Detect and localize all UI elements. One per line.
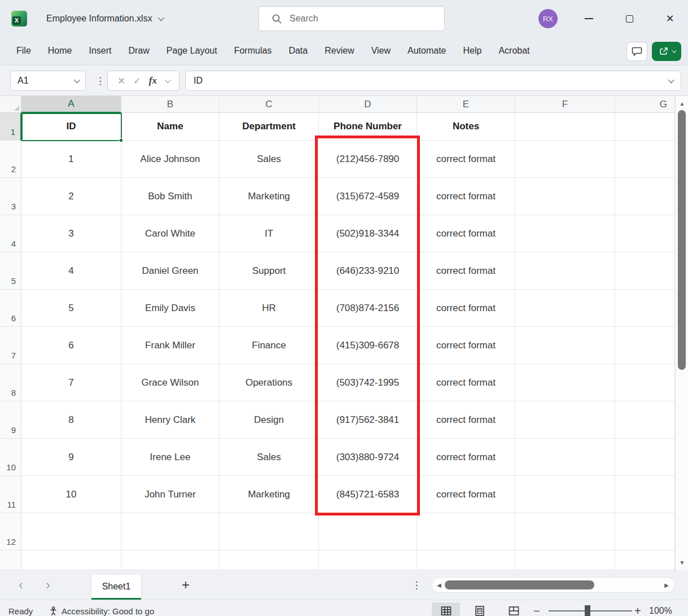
cell-C1[interactable]: Department [220, 113, 319, 141]
cell-A1[interactable]: ID [21, 113, 121, 141]
cell-G13[interactable] [615, 551, 675, 570]
cell-D8[interactable]: (503)742-1995 [319, 364, 417, 401]
column-header-C[interactable]: C [220, 96, 319, 113]
cell-F4[interactable] [515, 215, 615, 252]
formula-bar-options-icon[interactable]: ⋮ [95, 65, 105, 96]
cell-G5[interactable] [615, 252, 675, 290]
cell-C8[interactable]: Operations [220, 364, 319, 401]
row-header-5[interactable]: 5 [0, 252, 21, 290]
cell-F7[interactable] [515, 327, 615, 364]
cell-A3[interactable]: 2 [21, 178, 121, 215]
ribbon-tab-file[interactable]: File [8, 37, 40, 64]
cell-A6[interactable]: 5 [21, 290, 121, 327]
cell-E9[interactable]: correct format [417, 401, 515, 439]
expand-formula-bar-icon[interactable] [668, 77, 674, 83]
cell-D10[interactable]: (303)880-9724 [319, 439, 417, 476]
zoom-slider-track[interactable] [549, 610, 632, 611]
cell-C7[interactable]: Finance [220, 327, 319, 364]
enter-icon[interactable]: ✓ [133, 76, 141, 86]
cell-D6[interactable]: (708)874-2156 [319, 290, 417, 327]
vertical-scrollbar-thumb[interactable] [678, 110, 686, 370]
cell-B9[interactable]: Henry Clark [121, 401, 220, 439]
cell-B12[interactable] [121, 513, 220, 551]
cell-D5[interactable]: (646)233-9210 [319, 252, 417, 290]
ribbon-tab-acrobat[interactable]: Acrobat [490, 37, 538, 64]
cell-F9[interactable] [515, 401, 615, 439]
cell-A11[interactable]: 10 [21, 476, 121, 513]
cell-C3[interactable]: Marketing [220, 178, 319, 215]
cell-F8[interactable] [515, 364, 615, 401]
cell-B11[interactable]: John Turner [121, 476, 220, 513]
column-header-A[interactable]: A [21, 96, 121, 113]
cell-D3[interactable]: (315)672-4589 [319, 178, 417, 215]
cell-E3[interactable]: correct format [417, 178, 515, 215]
cell-F12[interactable] [515, 513, 615, 551]
document-title[interactable]: Employee Information.xlsx [46, 0, 163, 37]
cell-G2[interactable] [615, 141, 675, 178]
cell-G8[interactable] [615, 364, 675, 401]
new-sheet-button[interactable]: + [177, 570, 194, 600]
row-header-8[interactable]: 8 [0, 364, 21, 401]
cell-E7[interactable]: correct format [417, 327, 515, 364]
vertical-scrollbar[interactable]: ▲ ▼ [675, 96, 688, 570]
cell-G6[interactable] [615, 290, 675, 327]
scroll-left-icon[interactable]: ◀ [437, 578, 441, 592]
cell-C5[interactable]: Support [220, 252, 319, 290]
row-header-7[interactable]: 7 [0, 327, 21, 364]
ribbon-tab-formulas[interactable]: Formulas [226, 37, 281, 64]
cell-F13[interactable] [515, 551, 615, 570]
cell-A2[interactable]: 1 [21, 141, 121, 178]
cell-F11[interactable] [515, 476, 615, 513]
cell-A4[interactable]: 3 [21, 215, 121, 252]
cell-D7[interactable]: (415)309-6678 [319, 327, 417, 364]
cell-B8[interactable]: Grace Wilson [121, 364, 220, 401]
scroll-right-icon[interactable]: ▶ [664, 578, 669, 592]
maximize-button[interactable] [616, 0, 642, 37]
cell-G9[interactable] [615, 401, 675, 439]
cell-G7[interactable] [615, 327, 675, 364]
sheet-options-icon[interactable]: ⋮ [411, 570, 422, 600]
page-layout-view-button[interactable] [466, 602, 494, 616]
cell-F3[interactable] [515, 178, 615, 215]
cell-F5[interactable] [515, 252, 615, 290]
share-button[interactable] [652, 42, 681, 61]
cell-B10[interactable]: Irene Lee [121, 439, 220, 476]
row-header-10[interactable]: 10 [0, 439, 21, 476]
cell-C9[interactable]: Design [220, 401, 319, 439]
select-all-corner[interactable] [0, 96, 21, 113]
zoom-slider-thumb[interactable] [585, 605, 590, 616]
cell-E11[interactable]: correct format [417, 476, 515, 513]
cell-G12[interactable] [615, 513, 675, 551]
cell-E13[interactable] [417, 551, 515, 570]
row-header-3[interactable]: 3 [0, 178, 21, 215]
cell-B7[interactable]: Frank Miller [121, 327, 220, 364]
cell-G10[interactable] [615, 439, 675, 476]
ribbon-tab-view[interactable]: View [363, 37, 399, 64]
cell-F2[interactable] [515, 141, 615, 178]
cell-F1[interactable] [515, 113, 615, 141]
cell-A8[interactable]: 7 [21, 364, 121, 401]
chevron-down-icon[interactable] [165, 77, 171, 83]
cell-E1[interactable]: Notes [417, 113, 515, 141]
horizontal-scrollbar[interactable]: ◀ ▶ [432, 577, 675, 593]
cell-B2[interactable]: Alice Johnson [121, 141, 220, 178]
row-header-clipped[interactable] [0, 551, 21, 570]
cell-D9[interactable]: (917)562-3841 [319, 401, 417, 439]
cell-A9[interactable]: 8 [21, 401, 121, 439]
cell-A5[interactable]: 4 [21, 252, 121, 290]
name-box[interactable]: A1 [10, 71, 86, 91]
row-header-2[interactable]: 2 [0, 141, 21, 178]
page-break-preview-button[interactable] [499, 602, 528, 616]
minimize-button[interactable] [576, 0, 602, 37]
cell-C10[interactable]: Sales [220, 439, 319, 476]
previous-sheet-icon[interactable]: ‹ [15, 570, 27, 600]
zoom-in-button[interactable]: + [634, 600, 641, 616]
horizontal-scrollbar-thumb[interactable] [445, 580, 594, 589]
cell-D12[interactable] [319, 513, 417, 551]
cell-B3[interactable]: Bob Smith [121, 178, 220, 215]
cell-G1[interactable] [615, 113, 675, 141]
cell-F10[interactable] [515, 439, 615, 476]
ribbon-tab-insert[interactable]: Insert [80, 37, 120, 64]
ribbon-tab-automate[interactable]: Automate [399, 37, 454, 64]
cell-D11[interactable]: (845)721-6583 [319, 476, 417, 513]
